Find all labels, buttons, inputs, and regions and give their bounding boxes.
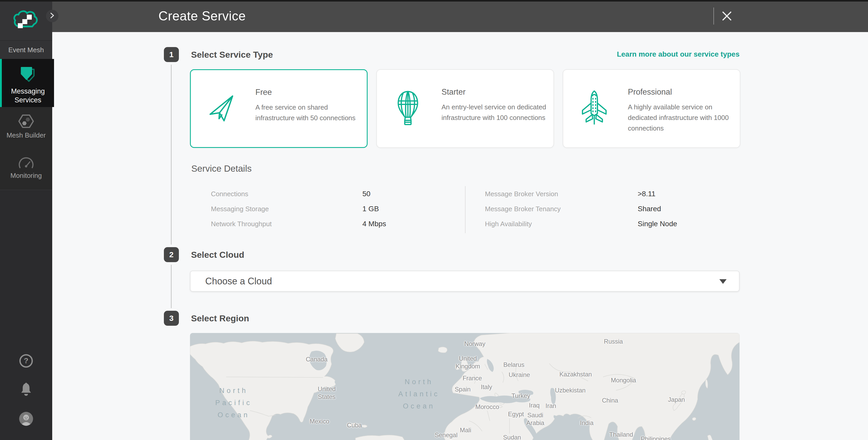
sidebar-item-label: Mesh Builder xyxy=(0,131,52,139)
close-icon xyxy=(719,21,735,25)
sidebar-item-messaging-services[interactable]: Messaging Services xyxy=(0,59,54,107)
map-labels: RussiaCanadaNorwayUnited KingdomBelarusU… xyxy=(190,333,740,440)
sidebar-item-label: Monitoring xyxy=(0,171,52,180)
map-country-label: China xyxy=(602,397,618,404)
map-country-label: Mongolia xyxy=(611,376,636,384)
step-1-badge: 1 xyxy=(164,47,179,62)
map-country-label: Mali xyxy=(460,426,471,434)
service-type-card-free[interactable]: Free A free service on shared infrastruc… xyxy=(190,69,368,148)
window-top-edge xyxy=(0,0,868,2)
step-connector xyxy=(171,265,172,308)
detail-row: Network Throughput 4 Mbps xyxy=(211,220,454,228)
header-divider xyxy=(713,7,714,25)
detail-row: High Availability Single Node xyxy=(485,220,728,228)
help-button[interactable]: ? xyxy=(0,354,52,369)
dialog-title: Create Service xyxy=(158,0,246,32)
step-3-title: Select Region xyxy=(191,311,249,326)
cloud-select[interactable]: Choose a Cloud xyxy=(190,271,740,292)
sidebar-item-mesh-builder[interactable]: Mesh Builder xyxy=(0,107,52,151)
gauge-icon xyxy=(18,155,35,171)
map-country-label: Philippines xyxy=(641,435,671,440)
map-country-label: Mexico xyxy=(310,417,329,425)
cloud-select-value: Choose a Cloud xyxy=(205,271,272,291)
sidebar-item-monitoring[interactable]: Monitoring xyxy=(0,151,52,190)
detail-label: Message Broker Tenancy xyxy=(485,205,638,213)
map-country-label: Iraq xyxy=(529,402,539,409)
bell-icon xyxy=(18,394,34,398)
service-type-card-starter[interactable]: Starter An entry-level service on dedica… xyxy=(376,69,554,148)
avatar-icon xyxy=(18,423,34,428)
dialog-header: Create Service xyxy=(52,0,868,32)
detail-value: Single Node xyxy=(638,220,677,228)
sidebar-expand-button[interactable] xyxy=(46,10,58,22)
help-icon: ? xyxy=(19,365,33,369)
detail-row: Message Broker Tenancy Shared xyxy=(485,205,728,213)
map-country-label: Norway xyxy=(464,340,485,348)
service-type-card-professional[interactable]: Professional A highly available service … xyxy=(563,69,740,148)
mesh-hexagon-icon xyxy=(18,113,35,131)
solace-cloud-logo-icon xyxy=(12,8,40,32)
map-country-label: Belarus xyxy=(503,361,524,369)
detail-value: Shared xyxy=(638,205,661,213)
chevron-right-icon xyxy=(50,12,55,20)
detail-value: 4 Mbps xyxy=(363,220,386,228)
detail-row: Message Broker Version >8.11 xyxy=(485,190,728,198)
map-country-label: Turkey xyxy=(512,392,530,400)
product-section: Event Mesh xyxy=(0,40,52,59)
detail-label: Connections xyxy=(211,190,363,198)
step-2-badge: 2 xyxy=(164,247,179,262)
map-country-label: India xyxy=(580,419,593,427)
map-country-label: Morocco xyxy=(475,403,499,411)
service-details-left-column: Connections 50 Messaging Storage 1 GB Ne… xyxy=(211,190,454,235)
dialog-body: 1 Select Service Type Learn more about o… xyxy=(52,32,868,440)
map-country-label: Egypt xyxy=(508,410,524,418)
service-details-title: Service Details xyxy=(191,163,251,174)
hot-air-balloon-icon xyxy=(390,70,425,148)
map-country-label: Cuba xyxy=(347,421,362,429)
map-country-label: Kazakhstan xyxy=(559,371,592,378)
region-map[interactable]: RussiaCanadaNorwayUnited KingdomBelarusU… xyxy=(190,333,740,440)
sidebar: Event Mesh Messaging Services Mesh Build… xyxy=(0,0,52,440)
map-country-label: Saudi Arabia xyxy=(526,411,544,427)
map-country-label: Spain xyxy=(455,385,470,393)
airplane-icon xyxy=(577,70,612,148)
notifications-button[interactable] xyxy=(0,382,52,398)
logo-section xyxy=(0,0,52,40)
map-country-label: United Kingdom xyxy=(456,355,480,370)
step-1-title: Select Service Type xyxy=(191,47,273,62)
svg-text:?: ? xyxy=(24,356,28,365)
step-connector xyxy=(171,65,172,245)
map-country-label: United States xyxy=(318,385,336,401)
service-type-name: Starter xyxy=(441,87,466,97)
details-divider xyxy=(465,186,466,233)
map-country-label: Canada xyxy=(306,355,328,363)
detail-row: Connections 50 xyxy=(211,190,454,198)
service-type-description: An entry-level service on dedicated infr… xyxy=(441,102,546,123)
map-country-label: Iran xyxy=(546,402,556,410)
service-type-name: Free xyxy=(255,88,272,97)
service-type-description: A free service on shared infrastructure … xyxy=(255,102,360,123)
step-2-title: Select Cloud xyxy=(191,247,244,262)
sidebar-item-label: Messaging Services xyxy=(2,87,54,104)
paper-plane-icon xyxy=(204,70,239,149)
detail-label: Messaging Storage xyxy=(211,205,363,213)
caret-down-icon xyxy=(719,279,726,284)
map-country-label: Sudan xyxy=(503,434,521,440)
detail-label: Network Throughput xyxy=(211,220,363,228)
map-country-label: Italy xyxy=(481,383,492,391)
detail-value: 50 xyxy=(363,190,370,198)
shield-icon xyxy=(19,65,36,84)
map-ocean-label: North Atlantic Ocean xyxy=(398,376,440,412)
map-country-label: Japan xyxy=(668,396,685,404)
detail-label: Message Broker Version xyxy=(485,190,638,198)
detail-value: >8.11 xyxy=(638,190,655,198)
product-label: Event Mesh xyxy=(8,46,44,54)
service-type-description: A highly available service on dedicated … xyxy=(628,102,733,134)
learn-more-link[interactable]: Learn more about our service types xyxy=(617,50,740,58)
map-country-label: Senegal xyxy=(435,431,458,439)
map-country-label: Russia xyxy=(604,338,623,345)
step-3-badge: 3 xyxy=(164,311,179,326)
detail-row: Messaging Storage 1 GB xyxy=(211,205,454,213)
close-button[interactable] xyxy=(719,8,735,24)
account-button[interactable] xyxy=(0,411,52,428)
